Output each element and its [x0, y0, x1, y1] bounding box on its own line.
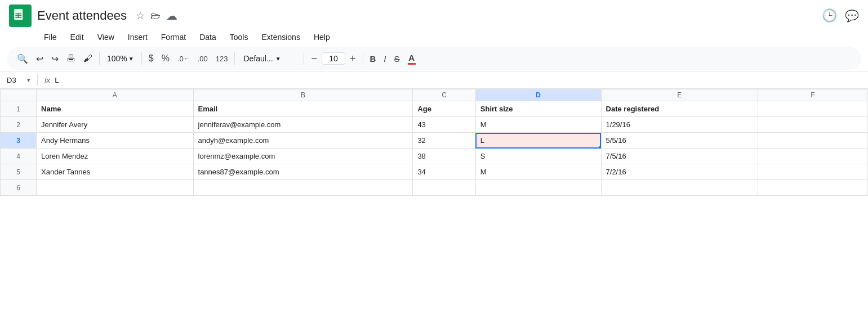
cell-1-2[interactable]: Age: [413, 101, 475, 117]
menu-item-data[interactable]: Data: [194, 30, 222, 44]
cell-4-0[interactable]: Loren Mendez: [37, 149, 193, 164]
doc-title: Event attendees: [37, 8, 127, 23]
zoom-select[interactable]: 100% ▼: [103, 52, 138, 65]
title-bar: Event attendees ☆ 🗁 ☁ 🕒 💬: [0, 0, 868, 29]
cell-4-5[interactable]: [758, 149, 868, 164]
cell-2-2[interactable]: 43: [413, 117, 475, 133]
menu-item-file[interactable]: File: [38, 30, 63, 44]
table-row: 6: [1, 180, 868, 196]
currency-button[interactable]: $: [145, 51, 157, 66]
cell-4-3[interactable]: S: [475, 149, 601, 164]
redo-button[interactable]: ↪: [48, 51, 62, 66]
cell-ref-input[interactable]: D3: [7, 76, 25, 84]
cell-1-3[interactable]: Shirt size: [475, 101, 601, 117]
cell-1-5[interactable]: [758, 101, 868, 117]
font-family-select[interactable]: Defaul... ▼: [238, 52, 300, 65]
dec-decrease-button[interactable]: .0←: [174, 52, 193, 65]
search-button[interactable]: 🔍: [14, 51, 32, 66]
menu-item-help[interactable]: Help: [308, 30, 336, 44]
cell-2-4[interactable]: 1/29/16: [601, 117, 758, 133]
font-family-arrow-icon: ▼: [275, 56, 281, 62]
cell-3-3[interactable]: L: [475, 133, 601, 149]
cell-2-3[interactable]: M: [475, 117, 601, 133]
star-icon[interactable]: ☆: [136, 10, 145, 22]
row-num-4[interactable]: 4: [1, 149, 37, 164]
menu-item-view[interactable]: View: [92, 30, 120, 44]
col-header-b[interactable]: B: [193, 89, 413, 101]
cell-4-2[interactable]: 38: [413, 149, 475, 164]
cell-3-1[interactable]: andyh@example.com: [193, 133, 413, 149]
dec-increase-button[interactable]: .00: [194, 52, 211, 65]
cell-3-2[interactable]: 32: [413, 133, 475, 149]
format-number-button[interactable]: 123: [212, 52, 232, 65]
cell-2-5[interactable]: [758, 117, 868, 133]
col-header-f[interactable]: F: [758, 89, 868, 101]
cell-5-1[interactable]: tannes87@example.com: [193, 164, 413, 180]
cell-5-2[interactable]: 34: [413, 164, 475, 180]
font-size-input[interactable]: 10: [322, 52, 345, 65]
undo-button[interactable]: ↩: [33, 51, 47, 66]
cell-2-0[interactable]: Jennifer Avery: [37, 117, 193, 133]
percent-button[interactable]: %: [158, 51, 173, 66]
cell-5-4[interactable]: 7/2/16: [601, 164, 758, 180]
cell-5-5[interactable]: [758, 164, 868, 180]
formula-content[interactable]: L: [55, 76, 59, 84]
menu-item-insert[interactable]: Insert: [122, 30, 153, 44]
cell-5-0[interactable]: Xander Tannes: [37, 164, 193, 180]
italic-button[interactable]: I: [380, 52, 389, 66]
col-header-a[interactable]: A: [37, 89, 193, 101]
cell-4-1[interactable]: lorenmz@example.com: [193, 149, 413, 164]
strikethrough-button[interactable]: S: [391, 52, 403, 66]
toolbar-sep-2: [141, 52, 142, 65]
row-num-3[interactable]: 3: [1, 133, 37, 149]
col-header-c[interactable]: C: [413, 89, 475, 101]
toolbar: 🔍 ↩ ↪ 🖶 🖌 100% ▼ $ % .0← .00 123 Defaul.…: [7, 47, 861, 70]
cell-3-5[interactable]: [758, 133, 868, 149]
cell-fill-handle[interactable]: [599, 146, 602, 149]
menu-item-edit[interactable]: Edit: [65, 30, 90, 44]
cell-2-1[interactable]: jenniferav@example.com: [193, 117, 413, 133]
paint-format-button[interactable]: 🖌: [80, 51, 96, 66]
print-button[interactable]: 🖶: [63, 51, 79, 66]
row-num-1[interactable]: 1: [1, 101, 37, 117]
underline-color-button[interactable]: A: [404, 51, 419, 67]
cell-ref-container: D3 ▾: [7, 76, 30, 84]
menu-item-extensions[interactable]: Extensions: [256, 30, 305, 44]
zoom-arrow-icon: ▼: [128, 56, 134, 62]
row-num-5[interactable]: 5: [1, 164, 37, 180]
history-icon[interactable]: 🕒: [822, 8, 837, 23]
cell-6-3[interactable]: [475, 180, 601, 196]
font-size-plus-button[interactable]: +: [346, 51, 359, 67]
folder-icon[interactable]: 🗁: [150, 10, 161, 22]
col-header-d[interactable]: D: [475, 89, 601, 101]
cell-6-2[interactable]: [413, 180, 475, 196]
cell-3-4[interactable]: 5/5/16: [601, 133, 758, 149]
formula-bar: D3 ▾ fx L: [0, 71, 868, 89]
table-row: 4Loren Mendezlorenmz@example.com38S7/5/1…: [1, 149, 868, 164]
cell-5-3[interactable]: M: [475, 164, 601, 180]
cloud-icon[interactable]: ☁: [166, 9, 177, 23]
font-family-value: Defaul...: [243, 54, 273, 63]
cell-ref-arrow-icon[interactable]: ▾: [27, 77, 30, 84]
comment-icon[interactable]: 💬: [845, 9, 859, 23]
cell-4-4[interactable]: 7/5/16: [601, 149, 758, 164]
cell-6-1[interactable]: [193, 180, 413, 196]
font-size-minus-button[interactable]: −: [308, 51, 321, 67]
cell-6-0[interactable]: [37, 180, 193, 196]
cell-6-5[interactable]: [758, 180, 868, 196]
col-header-e[interactable]: E: [601, 89, 758, 101]
formula-bar-sep: [37, 74, 38, 86]
cell-6-4[interactable]: [601, 180, 758, 196]
spreadsheet-table: A B C D E F 1NameEmailAgeShirt sizeDate …: [0, 89, 868, 196]
row-num-6[interactable]: 6: [1, 180, 37, 196]
table-row: 3Andy Hermansandyh@example.com32L5/5/16: [1, 133, 868, 149]
menu-item-tools[interactable]: Tools: [224, 30, 254, 44]
cell-1-4[interactable]: Date registered: [601, 101, 758, 117]
cell-1-1[interactable]: Email: [193, 101, 413, 117]
row-num-2[interactable]: 2: [1, 117, 37, 133]
cell-3-0[interactable]: Andy Hermans: [37, 133, 193, 149]
cell-1-0[interactable]: Name: [37, 101, 193, 117]
bold-button[interactable]: B: [367, 52, 380, 66]
table-row: 2Jennifer Averyjenniferav@example.com43M…: [1, 117, 868, 133]
menu-item-format[interactable]: Format: [155, 30, 192, 44]
